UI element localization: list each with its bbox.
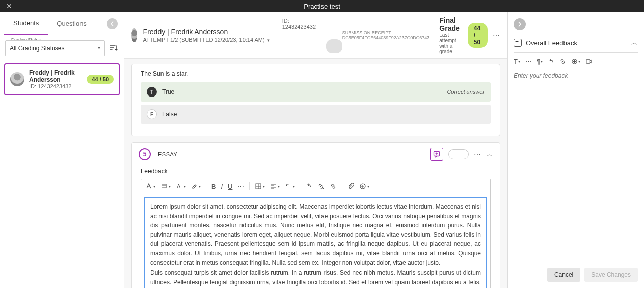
- feedback-textarea[interactable]: Lorem ipsum dolor sit amet, consectetur …: [144, 197, 487, 288]
- insert-icon[interactable]: ▾: [571, 58, 580, 65]
- overall-feedback-input[interactable]: [514, 70, 638, 89]
- student-card[interactable]: Freddy | Fredrik Andersson ID: 124324234…: [4, 63, 120, 95]
- highlight-icon[interactable]: ▾: [191, 183, 201, 190]
- question-score[interactable]: --: [448, 149, 469, 159]
- tab-questions[interactable]: Questions: [48, 13, 96, 34]
- attempt-selector[interactable]: ATTEMPT 1/2 (SUBMITTED 12/20/23, 10:14 A…: [143, 37, 270, 43]
- text-style-icon[interactable]: T▾: [514, 58, 520, 65]
- correct-answer-label: Correct answer: [447, 89, 485, 95]
- option-false: F False: [141, 105, 491, 124]
- top-bar: ✕ Practise test: [0, 0, 644, 12]
- collapse-icon[interactable]: ︿: [487, 150, 493, 159]
- header-student-id: ID: 12432423432: [276, 18, 316, 30]
- insert-icon[interactable]: ▾: [359, 183, 369, 190]
- feedback-icon[interactable]: [430, 148, 443, 161]
- final-grade-sub: Last attempt with a grade: [439, 32, 463, 54]
- expand-panel-icon[interactable]: [514, 18, 526, 30]
- avatar: [131, 28, 137, 42]
- collapse-sidebar-icon[interactable]: [107, 18, 118, 29]
- header-more-icon[interactable]: ⋯: [493, 31, 500, 39]
- option-letter: F: [147, 109, 157, 119]
- feedback-editor: ▾ ▾ A▾ ▾ B I U ⋯ ▾ ▾ ¶▾: [141, 179, 491, 288]
- font-icon[interactable]: A▾: [176, 183, 186, 190]
- student-grade-pill: 44 / 50: [87, 75, 114, 84]
- paragraph-format-icon[interactable]: ▾: [160, 183, 171, 190]
- final-grade-pill: 44 / 50: [468, 23, 488, 48]
- bold-icon[interactable]: B: [211, 183, 216, 190]
- avatar: [10, 72, 24, 86]
- question-type: ESSAY: [158, 151, 177, 157]
- list-icon[interactable]: ¶▾: [285, 183, 295, 190]
- underline-icon[interactable]: U: [228, 183, 232, 190]
- link-icon[interactable]: [559, 58, 566, 65]
- needs-grading-pill: --: [326, 39, 342, 53]
- undo-icon[interactable]: [305, 183, 312, 190]
- record-icon[interactable]: [585, 58, 592, 65]
- sidebar-tabs: Students Questions: [0, 12, 124, 35]
- sidebar: Students Questions Grading Status All Gr…: [0, 12, 124, 288]
- italic-icon[interactable]: I: [221, 183, 223, 190]
- final-grade-label: Final Grade: [439, 16, 463, 32]
- tab-students[interactable]: Students: [4, 12, 48, 35]
- unlink-icon[interactable]: [317, 183, 325, 190]
- question-more-icon[interactable]: ⋯: [474, 150, 481, 158]
- collapse-panel-icon[interactable]: ︿: [631, 38, 638, 47]
- feedback-panel-icon: [514, 39, 522, 47]
- student-name: Freddy | Fredrik Andersson: [29, 69, 87, 83]
- more-icon[interactable]: ⋯: [525, 58, 532, 65]
- overall-feedback-title: Overall Feedback: [526, 39, 577, 47]
- option-true: T True Correct answer: [141, 82, 491, 102]
- option-label: False: [162, 111, 177, 118]
- student-id: ID: 12432423432: [29, 83, 87, 89]
- question-text: The Sun is a star.: [141, 70, 491, 77]
- question-number: 5: [139, 148, 151, 160]
- close-icon[interactable]: ✕: [6, 2, 12, 10]
- overall-save-button[interactable]: Save Changes: [584, 268, 638, 282]
- submission-receipt: SUBMISSION RECEIPT: DC5E05F4FCE644089F92…: [342, 30, 430, 40]
- overall-toolbar: T▾ ⋯ ¶▾ ▾: [514, 58, 638, 65]
- link-icon[interactable]: [330, 183, 337, 190]
- undo-icon[interactable]: [548, 58, 554, 65]
- paragraph-icon[interactable]: ¶▾: [537, 58, 543, 65]
- option-letter: T: [147, 87, 157, 97]
- right-panel: Overall Feedback ︿ T▾ ⋯ ¶▾ ▾ Cancel Save…: [507, 12, 644, 288]
- feedback-label: Feedback: [141, 168, 491, 175]
- svg-text:A: A: [177, 183, 181, 189]
- question-card-4: The Sun is a star. T True Correct answer…: [131, 64, 500, 136]
- grading-status-select[interactable]: All Grading Statuses: [5, 40, 105, 56]
- align-icon[interactable]: ▾: [270, 183, 280, 190]
- table-icon[interactable]: ▾: [255, 183, 265, 190]
- sort-icon[interactable]: [109, 43, 119, 53]
- content-header: Freddy | Fredrik Andersson ATTEMPT 1/2 (…: [124, 12, 507, 59]
- attach-icon[interactable]: [347, 183, 354, 190]
- svg-text:¶: ¶: [286, 183, 289, 189]
- editor-toolbar: ▾ ▾ A▾ ▾ B I U ⋯ ▾ ▾ ¶▾: [141, 179, 490, 194]
- option-label: True: [162, 88, 174, 95]
- question-card-5: 5 ESSAY -- ⋯ ︿ Feedback ▾: [131, 142, 500, 288]
- svg-rect-6: [586, 60, 590, 63]
- overall-cancel-button[interactable]: Cancel: [547, 268, 580, 282]
- page-title: Practise test: [304, 3, 340, 10]
- text-style-icon[interactable]: ▾: [145, 183, 155, 190]
- header-student-name: Freddy | Fredrik Andersson: [143, 28, 270, 36]
- more-format-icon[interactable]: ⋯: [237, 183, 244, 190]
